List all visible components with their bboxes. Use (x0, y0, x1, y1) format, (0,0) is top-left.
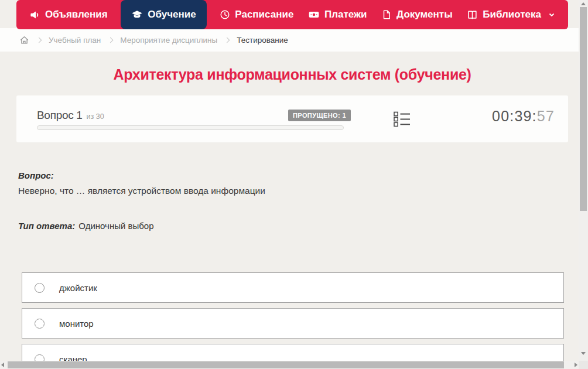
chevron-down-icon (548, 11, 555, 18)
timer-seconds: 57 (537, 108, 555, 124)
nav-item-library[interactable]: Библиотека (466, 0, 556, 29)
nav-label: Платежи (324, 9, 367, 20)
megaphone-icon (29, 9, 40, 20)
nav-label: Объявления (45, 9, 108, 20)
question-count: из 30 (87, 112, 104, 121)
option-label: монитор (59, 319, 94, 329)
nav-item-payments[interactable]: Платежи (307, 0, 368, 29)
option-joystick[interactable]: джойстик (22, 272, 564, 303)
book-icon (467, 9, 478, 20)
nav-label: Расписание (235, 9, 293, 20)
nav-item-schedule[interactable]: Расписание (218, 0, 295, 29)
vertical-scrollbar-thumb[interactable] (580, 7, 587, 211)
home-icon[interactable] (19, 35, 29, 45)
breadcrumb: Учебный план Мероприятие дисциплины Тест… (19, 28, 288, 52)
clock-icon (220, 9, 230, 20)
breadcrumb-separator-icon (36, 37, 42, 43)
banknote-icon (308, 9, 320, 20)
breadcrumb-item-discipline-event[interactable]: Мероприятие дисциплины (120, 36, 217, 45)
nav-item-documents[interactable]: Документы (380, 0, 454, 29)
option-monitor[interactable]: монитор (22, 308, 564, 339)
question-text: Неверно, что … является устройством ввод… (18, 186, 265, 196)
horizontal-scrollbar[interactable] (0, 361, 579, 369)
scroll-up-icon[interactable] (581, 2, 586, 5)
radio-icon[interactable] (35, 319, 45, 329)
question-list-icon[interactable] (394, 111, 411, 129)
timer-main: 00:39: (492, 108, 537, 124)
question-header-panel: Вопрос 1из 30 ПРОПУЩЕНО: 1 00:39:57 (16, 95, 568, 142)
answer-type: Тип ответа:Одиночный выбор (18, 221, 154, 231)
options-list: джойстик монитор сканер (22, 272, 564, 369)
graduation-cap-icon (131, 9, 143, 20)
nav-item-announcements[interactable]: Объявления (28, 0, 109, 29)
nav-label: Документы (396, 9, 453, 20)
breadcrumb-item-curriculum[interactable]: Учебный план (49, 36, 101, 45)
scroll-right-icon[interactable] (575, 363, 577, 367)
nav-label: Обучение (148, 9, 196, 20)
scroll-down-icon[interactable] (581, 352, 586, 355)
breadcrumb-item-testing: Тестирование (237, 36, 288, 45)
scrollbar-corner (579, 361, 588, 369)
page-title: Архитектура информационных систем (обуче… (16, 66, 568, 83)
option-label: джойстик (59, 283, 97, 293)
breadcrumb-separator-icon (224, 37, 230, 43)
horizontal-scrollbar-thumb[interactable] (8, 361, 564, 368)
vertical-scrollbar[interactable] (579, 0, 588, 369)
nav-label: Библиотека (483, 9, 541, 20)
breadcrumb-separator-icon (108, 37, 114, 43)
skipped-badge: ПРОПУЩЕНО: 1 (288, 110, 351, 121)
question-heading: Вопрос: (18, 170, 54, 180)
document-icon (381, 9, 392, 20)
answer-type-value: Одиночный выбор (78, 221, 153, 231)
progress-bar (37, 125, 344, 130)
main-navbar: Объявления Обучение Расписание Платежи Д… (16, 0, 568, 29)
scroll-left-icon[interactable] (1, 363, 4, 367)
nav-item-learning[interactable]: Обучение (121, 0, 206, 29)
countdown-timer: 00:39:57 (492, 108, 555, 125)
question-number: Вопрос 1из 30 (37, 109, 104, 122)
answer-type-label: Тип ответа: (18, 221, 75, 231)
radio-icon[interactable] (35, 283, 45, 293)
